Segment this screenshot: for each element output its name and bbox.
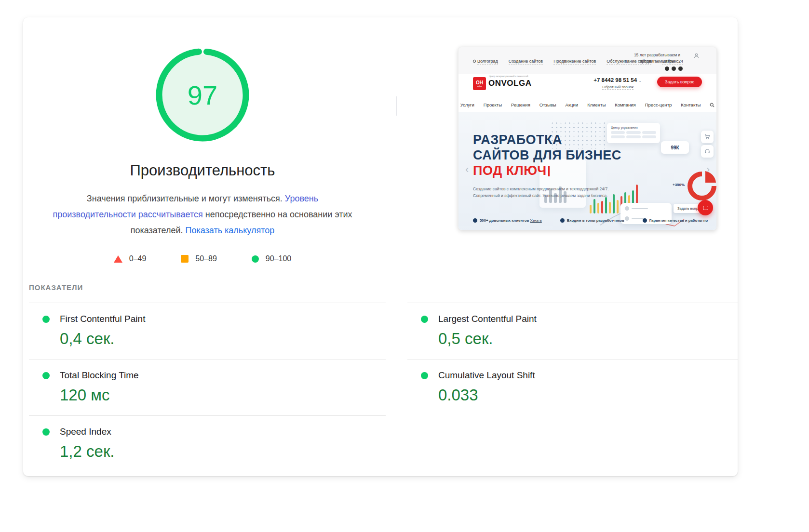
chat-fab-button [698,200,713,215]
location-label: Волгоград [473,59,498,65]
phone-number: +7 8442 98 51 54 ⌄ [593,77,642,83]
metric-label: Largest Contentful Paint [438,314,738,324]
support-button [701,145,714,158]
pass-dot-icon [42,372,50,379]
carousel-prev-icon: ‹ [465,164,469,175]
metric-value: 0.033 [438,386,738,404]
score-legend: 0–49 50–89 90–100 [48,254,357,263]
section-divider [396,96,397,116]
social-dot-icon [672,66,676,71]
metric-value: 120 мс [60,386,386,404]
brand-tagline: Центр интернет-решений и технологий [489,75,528,78]
bullet-item: Входим в топы разработчиков [560,218,624,223]
thumb-topbar: Волгоград Создание сайтов Продвижение са… [458,47,716,74]
bar [590,205,592,213]
control-panel-card: Центр управления [607,123,660,143]
metric-value: 0,4 сек. [60,330,386,348]
cart-icon [704,134,710,140]
nav-item: Решения [511,102,530,107]
callback-link: Обратный звонок [602,85,634,90]
nav-item: Проекты [484,102,502,107]
carousel-next-icon: › [706,164,710,175]
bullet-icon [643,218,647,223]
metrics-header: ПОКАЗАТЕЛИ [29,283,83,292]
legend-item-average: 50–89 [181,254,217,263]
location-pin-icon [472,59,476,63]
legend-item-pass: 90–100 [252,254,291,263]
metric-label: Cumulative Layout Shift [438,370,738,381]
chat-icon [703,206,708,210]
brand-logo: ОНvolga [473,77,486,90]
ask-question-button: Задать вопрос [657,77,702,87]
metric-label: First Contentful Paint [60,314,386,324]
brand-name: ONVOLGA [488,79,531,88]
thumb-nav: Услуги Проекты Решения Отзывы Акции Клие… [458,97,716,112]
hero-title-accent: ПОД КЛЮЧ [473,163,547,178]
show-calculator-link[interactable]: Показать калькулятор [186,226,275,235]
metric-row-speed-index: Speed Index 1,2 сек. [29,415,386,472]
control-panel-chips [611,131,656,138]
pagespeed-report: 97 Производительность Значения приблизит… [0,0,809,532]
metric-row-cls: Cumulative Layout Shift 0.033 [407,359,738,415]
performance-gauge: 97 [155,48,250,142]
typing-cursor [548,166,550,176]
performance-score: 97 [155,48,250,142]
legend-label: 0–49 [129,254,147,263]
pass-dot-icon [421,372,428,379]
search-icon [710,103,715,107]
pass-dot-icon [42,428,50,436]
performance-card: 97 Производительность Значения приблизит… [23,17,738,476]
social-icons [665,66,683,71]
metric-row-tbt: Total Blocking Time 120 мс [29,359,386,415]
control-panel-title: Центр управления [611,126,656,129]
description-text-1: Значения приблизительные и могут изменят… [87,194,285,203]
metric-row-fcp: First Contentful Paint 0,4 сек. [29,303,386,359]
social-dot-icon [665,66,669,71]
bullet-item: Гарантия качества и работы по [643,218,708,223]
person-icon [694,53,699,58]
nav-item: Компания [615,102,635,107]
site-screenshot-thumbnail[interactable]: Волгоград Создание сайтов Продвижение са… [458,47,717,230]
metric-value: 1,2 сек. [60,442,386,461]
pass-dot-icon [421,316,428,323]
nav-item: Пресс-центр [645,102,672,107]
chevron-down-icon: ⌄ [638,79,642,83]
social-dot-icon [678,66,683,71]
cart-button [701,131,714,143]
performance-description: Значения приблизительные и могут изменят… [48,191,357,239]
avatar [625,206,629,211]
pass-circle-icon [252,255,259,263]
legend-label: 50–89 [195,254,217,263]
bullet-icon [560,218,565,223]
metric-label: Total Blocking Time [60,370,386,381]
bullet-item: 500+ довольных клиентов Узнать [473,218,542,223]
bullet-icon [473,218,477,223]
thumb-hero: РАЗРАБОТКА САЙТОВ ДЛЯ БИЗНЕС ПОД КЛЮЧ Со… [458,112,717,230]
nav-item: Отзывы [539,102,556,107]
average-square-icon [181,255,189,263]
headset-icon [704,148,710,154]
hero-bullets: 500+ довольных клиентов Узнать Входим в … [473,218,709,223]
hero-subtitle: Создание сайтов с комплексным продвижени… [473,186,609,200]
pass-dot-icon [42,316,50,323]
legend-item-fail: 0–49 [114,254,147,263]
growth-badge: +350% [673,183,685,187]
performance-title: Производительность [48,162,357,179]
topbar-link: Создание сайтов [509,59,543,65]
metric-row-lcp: Largest Contentful Paint 0,5 сек. [407,303,738,359]
thumb-header: Центр интернет-решений и технологий ОНvo… [458,74,716,97]
donut-chart-icon [686,170,717,202]
thumb-tagline: 15 лет разрабатываем и продвигаем сайты [626,52,688,65]
nav-item: Контакты [681,102,701,107]
nav-item: Клиенты [587,102,606,107]
nav-item: Акции [566,102,579,107]
bar [593,199,595,213]
topbar-link: Продвижение сайтов [553,59,596,65]
nav-item: Услуги [460,102,474,107]
legend-label: 90–100 [266,254,291,263]
metrics-column-right: Largest Contentful Paint 0,5 сек. Cumula… [407,303,738,415]
metric-label: Speed Index [60,426,386,437]
metrics-column-left: First Contentful Paint 0,4 сек. Total Bl… [29,303,386,472]
stat-badge: 99К [661,141,689,154]
fail-triangle-icon [114,255,122,263]
